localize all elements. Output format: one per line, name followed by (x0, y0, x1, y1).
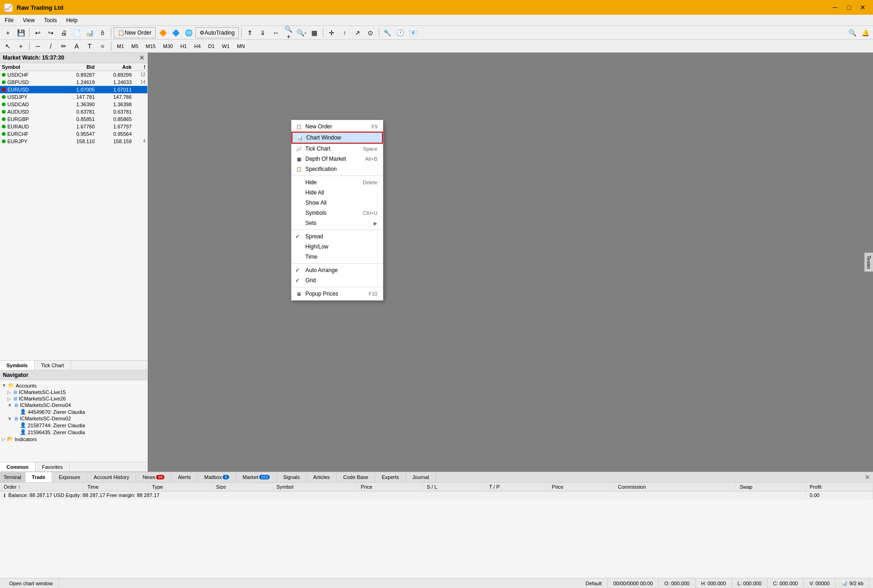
pen-btn[interactable]: ✏ (58, 41, 70, 52)
tf-w1[interactable]: W1 (219, 42, 233, 50)
terminal-tab-market[interactable]: Market 153 (236, 472, 277, 482)
toolbar-save[interactable]: 💾 (15, 27, 27, 38)
tf-m1[interactable]: M1 (114, 42, 127, 50)
menu-help[interactable]: Help (61, 16, 82, 24)
toolbar-zoom-p[interactable]: 🔍+ (283, 27, 295, 38)
menu-tools[interactable]: Tools (39, 16, 61, 24)
context-menu-item-auto-arrange[interactable]: ✓ Auto Arrange (291, 265, 383, 275)
terminal-tab-signals[interactable]: Signals (277, 472, 307, 482)
toolbar-buy[interactable]: ↑ (339, 27, 351, 38)
terminal-tab-journal[interactable]: Journal (406, 472, 436, 482)
toolbar-candles[interactable]: 🕯 (97, 27, 109, 38)
navigator-tree-item[interactable]: ▼ 🖥 ICMarketsSC-Demo04 (2, 402, 146, 408)
autotrading-button[interactable]: ⚙ AutoTrading (195, 27, 239, 38)
terminal-tab-mailbox[interactable]: Mailbox 6 (198, 472, 236, 482)
market-watch-row[interactable]: USDJPY 147.781 147.786 (0, 93, 147, 101)
market-watch-row[interactable]: EURJPY 158.110 158.159 4 (0, 138, 147, 145)
market-watch-row[interactable]: AUDUSD 0.63781 0.63781 (0, 108, 147, 115)
context-menu-item-depth-of-market[interactable]: ▦ Depth Of Market Alt+B (291, 154, 383, 164)
terminal-tab-code-base[interactable]: Code Base (337, 472, 375, 482)
tf-m5[interactable]: M5 (128, 42, 141, 50)
toolbar-print2[interactable]: 📄 (71, 27, 83, 38)
menu-view[interactable]: View (18, 16, 39, 24)
terminal-close-btn[interactable]: ✕ (862, 473, 873, 482)
context-menu-item-chart-window[interactable]: 📊 Chart Window (291, 132, 383, 144)
context-menu-item-popup-prices[interactable]: 🖥 Popup Prices F10 (291, 289, 383, 299)
text-btn[interactable]: A (71, 41, 83, 52)
context-menu-item-hide-all[interactable]: Hide All (291, 188, 383, 198)
cursor-btn[interactable]: ↖ (2, 41, 14, 52)
terminal-tab-exposure[interactable]: Exposure (52, 472, 87, 482)
toolbar-sell[interactable]: ↗ (352, 27, 364, 38)
menu-file[interactable]: File (0, 16, 18, 24)
toolbar-btn3[interactable]: 🌐 (182, 27, 194, 38)
navigator-tree-item[interactable]: ▷ 🖥 ICMarketsSC-Live15 (2, 389, 146, 395)
line-btn[interactable]: / (45, 41, 57, 52)
toolbar-btn2[interactable]: 🔷 (170, 27, 182, 38)
toolbar-clock[interactable]: 🕐 (394, 27, 406, 38)
tf-m30[interactable]: M30 (160, 42, 176, 50)
toolbar-notify[interactable]: 🔔 (859, 27, 871, 38)
nav-tab-favorites[interactable]: Favorites (36, 462, 70, 472)
market-watch-row[interactable]: EURCHF 0.95547 0.95564 (0, 130, 147, 138)
close-button[interactable]: ✕ (856, 2, 869, 12)
tf-m15[interactable]: M15 (143, 42, 159, 50)
minimize-button[interactable]: ─ (829, 2, 842, 12)
tf-h1[interactable]: H1 (177, 42, 190, 50)
toolbar-new-chart[interactable]: + (2, 27, 14, 38)
side-tab-tester[interactable]: Tester (864, 253, 873, 272)
navigator-tree-item[interactable]: ▷ 📂 Indicators (2, 436, 146, 443)
toolbar-fit[interactable]: ↔ (270, 27, 282, 38)
new-order-button[interactable]: 📋 New Order (114, 27, 156, 38)
toolbar-print[interactable]: 🖨 (58, 27, 70, 38)
tab-symbols[interactable]: Symbols (0, 361, 35, 370)
fib-btn[interactable]: ≈ (97, 41, 109, 52)
context-menu-item-show-all[interactable]: Show All (291, 198, 383, 208)
toolbar-zoom-out[interactable]: ⇓ (257, 27, 269, 38)
terminal-tab-trade[interactable]: Trade (25, 472, 52, 482)
crosshair-btn[interactable]: + (15, 41, 27, 52)
context-menu-item-hide[interactable]: Hide Delete (291, 177, 383, 188)
toolbar-zoom-in[interactable]: ⇑ (244, 27, 256, 38)
context-menu-item-specification[interactable]: 📋 Specification (291, 164, 383, 174)
toolbar-undo[interactable]: ↩ (32, 27, 44, 38)
terminal-tab-experts[interactable]: Experts (375, 472, 406, 482)
toolbar-zoom-m[interactable]: 🔍- (296, 27, 308, 38)
nav-tab-common[interactable]: Common (0, 462, 36, 472)
context-menu-item-spread[interactable]: ✓ Spread (291, 231, 383, 242)
navigator-tree-item[interactable]: 👤 44549670: Zierer Claudia (2, 408, 146, 415)
context-menu-item-grid[interactable]: ✓ Grid (291, 275, 383, 285)
tf-d1[interactable]: D1 (205, 42, 218, 50)
market-watch-row[interactable]: GBPUSD 1.24619 1.24633 14 (0, 79, 147, 86)
market-watch-close[interactable]: ✕ (139, 54, 145, 61)
market-watch-row[interactable]: USDCAD 1.36390 1.36398 (0, 101, 147, 108)
navigator-tree-item[interactable]: 👤 21596435: Zierer Claudia (2, 429, 146, 436)
toolbar-cross[interactable]: ✛ (326, 27, 338, 38)
toolbar-extra[interactable]: 🔧 (382, 27, 394, 38)
toolbar-mail[interactable]: 📧 (407, 27, 419, 38)
maximize-button[interactable]: □ (843, 2, 855, 12)
navigator-tree-item[interactable]: 👤 21587744: Zierer Claudia (2, 422, 146, 429)
market-watch-row[interactable]: EURAUD 1.67760 1.67797 (0, 123, 147, 130)
toolbar-chart[interactable]: 📊 (84, 27, 96, 38)
terminal-tab-account-history[interactable]: Account History (87, 472, 136, 482)
context-menu-item-tick-chart[interactable]: 📈 Tick Chart Space (291, 144, 383, 154)
toolbar-redo[interactable]: ↪ (45, 27, 57, 38)
terminal-side-label[interactable]: Terminal (0, 473, 25, 482)
market-watch-row[interactable]: EURGBP 0.85851 0.85865 (0, 115, 147, 123)
navigator-tree-item[interactable]: ▷ 🖥 ICMarketsSC-Live26 (2, 395, 146, 402)
market-watch-row[interactable]: USDCHF 0.89287 0.89299 12 (0, 71, 147, 79)
tf-h4[interactable]: H4 (191, 42, 204, 50)
context-menu-item-sets[interactable]: Sets ▶ (291, 218, 383, 228)
tab-tick-chart[interactable]: Tick Chart (35, 361, 71, 370)
context-menu-item-new-order[interactable]: 📋 New Order F9 (291, 121, 383, 132)
terminal-tab-alerts[interactable]: Alerts (171, 472, 198, 482)
toolbar-btn1[interactable]: 🔶 (157, 27, 169, 38)
context-menu-item-symbols[interactable]: Symbols Ctrl+U (291, 208, 383, 218)
toolbar-period[interactable]: ⊙ (364, 27, 376, 38)
toolbar-search[interactable]: 🔍 (846, 27, 858, 38)
toolbar-grid[interactable]: ▦ (309, 27, 321, 38)
terminal-tab-articles[interactable]: Articles (307, 472, 337, 482)
market-watch-row[interactable]: EURUSD 1.07005 1.07011 (0, 86, 147, 93)
navigator-tree-item[interactable]: ▼ 📁 Accounts (2, 382, 146, 389)
